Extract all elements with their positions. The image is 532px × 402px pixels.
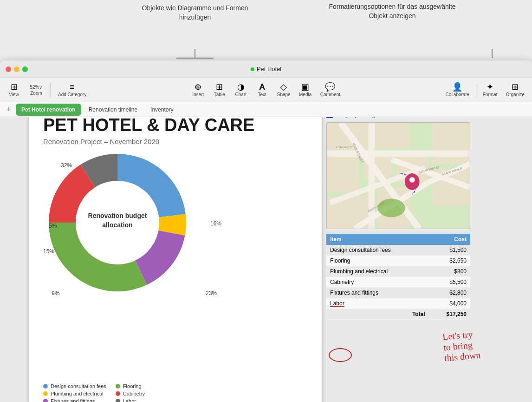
chart-label: Chart bbox=[235, 92, 247, 97]
main-window: Pet Hotel ⊞ View 52%∨ Zoom ≡ Add Categor… bbox=[0, 60, 532, 402]
pct-23: 23% bbox=[206, 290, 217, 297]
shape-button[interactable]: ◇ Shape bbox=[273, 81, 294, 99]
toolbar-center: ⊕ Insert ⊞ Table ◑ Chart A Text ◇ Shape … bbox=[91, 81, 441, 99]
total-label: Total bbox=[326, 309, 429, 319]
format-label: Format bbox=[483, 92, 498, 97]
map-svg: MAIN STREET CEDAR STREET RANCH ROAD GRAN… bbox=[327, 123, 470, 229]
tab-pet-hotel-renovation[interactable]: Pet Hotel renovation bbox=[16, 104, 81, 116]
document-title: PET HOTEL & DAY CARE bbox=[29, 117, 322, 135]
right-panel: ✓ Proximity to parks. ( < 0·2 mi) ✓ Ampl… bbox=[326, 117, 475, 402]
svg-text:Renovation budget: Renovation budget bbox=[88, 212, 147, 219]
pct-16: 16% bbox=[210, 220, 221, 227]
chart-button[interactable]: ◑ Chart bbox=[231, 81, 251, 99]
legend-dot-purple bbox=[43, 399, 48, 402]
table-button[interactable]: ⊞ Table bbox=[209, 81, 230, 99]
toolbar-left: ⊞ View 52%∨ Zoom ≡ Add Category bbox=[4, 81, 90, 99]
annotation-lines-svg bbox=[0, 0, 532, 60]
cost-value-5: $4,000 bbox=[429, 298, 470, 309]
toolbar: ⊞ View 52%∨ Zoom ≡ Add Category ⊕ Insert… bbox=[0, 78, 532, 102]
cost-value-1: $2,650 bbox=[429, 255, 470, 266]
legend-item-3: Cabinetry bbox=[116, 391, 179, 396]
cost-value-2: $800 bbox=[429, 266, 470, 277]
col-item: Item bbox=[326, 234, 429, 245]
add-category-icon: ≡ bbox=[70, 83, 75, 91]
table-row: Fixtures and fittings$2,800 bbox=[326, 287, 470, 298]
add-tab-button[interactable]: + bbox=[4, 105, 14, 115]
view-label: View bbox=[9, 92, 19, 97]
table-icon: ⊞ bbox=[216, 83, 223, 91]
tab-inventory[interactable]: Inventory bbox=[145, 104, 179, 116]
text-button[interactable]: A Text bbox=[252, 81, 272, 99]
legend-item-0: Design consultation fees bbox=[43, 383, 106, 389]
insert-icon: ⊕ bbox=[195, 83, 201, 91]
table-row: Cabinetry$5,500 bbox=[326, 277, 470, 287]
zoom-button[interactable]: 52%∨ Zoom bbox=[26, 83, 46, 98]
traffic-lights bbox=[0, 66, 28, 72]
chart-legend: Design consultation fees Flooring Plumbi… bbox=[43, 383, 179, 402]
legend-item-4: Fixtures and fittings bbox=[43, 398, 106, 402]
legend-dot-red bbox=[116, 391, 120, 396]
insert-label: Insert bbox=[192, 92, 204, 97]
view-button[interactable]: ⊞ View bbox=[4, 81, 24, 99]
cost-item-1: Flooring bbox=[326, 255, 429, 266]
legend-item-1: Flooring bbox=[116, 383, 179, 389]
media-button[interactable]: ▣ Media bbox=[295, 81, 316, 99]
cost-value-4: $2,800 bbox=[429, 287, 470, 298]
minimize-button[interactable] bbox=[14, 66, 19, 72]
add-category-label: Add Category bbox=[58, 92, 86, 97]
total-value: $17,250 bbox=[429, 309, 470, 319]
svg-rect-17 bbox=[327, 150, 469, 157]
close-button[interactable] bbox=[6, 66, 11, 72]
table-row: Design consultation fees$1,500 bbox=[326, 245, 470, 256]
red-circle-annotation bbox=[329, 348, 352, 362]
note-2: ✓ Ample parking across Cedar St. bbox=[326, 117, 475, 119]
pct-15: 15% bbox=[43, 248, 54, 255]
separator-2 bbox=[476, 83, 476, 97]
left-annotation-text: Objekte wie Diagramme und Formen hinzufü… bbox=[130, 4, 260, 22]
toolbar-right: 👤 Collaborate ✦ Format ⊞ Organize bbox=[442, 81, 528, 99]
tab-renovation-timeline[interactable]: Renovation timeline bbox=[83, 104, 143, 116]
note-2-text: Ample parking across Cedar St. bbox=[336, 117, 418, 119]
total-row: Total $17,250 bbox=[326, 309, 470, 319]
legend-dot-yellow bbox=[43, 391, 48, 396]
cost-value-3: $5,500 bbox=[429, 277, 470, 287]
svg-text:allocation: allocation bbox=[102, 221, 132, 229]
add-category-button[interactable]: ≡ Add Category bbox=[54, 81, 90, 99]
pct-9: 9% bbox=[52, 290, 59, 297]
comment-icon: 💬 bbox=[325, 83, 335, 91]
handwritten-notes: ✓ Proximity to parks. ( < 0·2 mi) ✓ Ampl… bbox=[326, 117, 475, 119]
text-icon: A bbox=[259, 83, 265, 91]
organize-button[interactable]: ⊞ Organize bbox=[502, 81, 528, 99]
right-annotation-text: Formatierungsoptionen für das ausgewählt… bbox=[320, 2, 464, 20]
svg-point-24 bbox=[377, 198, 405, 217]
comment-label: Comment bbox=[320, 92, 340, 97]
cost-value-0: $1,500 bbox=[429, 245, 470, 256]
view-icon: ⊞ bbox=[11, 83, 18, 91]
comment-button[interactable]: 💬 Comment bbox=[317, 81, 344, 99]
separator-1 bbox=[50, 83, 51, 97]
legend-dot-green bbox=[116, 384, 120, 389]
organize-icon: ⊞ bbox=[512, 83, 519, 91]
collaborate-icon: 👤 bbox=[452, 83, 462, 91]
legend-dot-blue bbox=[43, 384, 48, 389]
maximize-button[interactable] bbox=[22, 66, 28, 72]
table-label: Table bbox=[214, 92, 225, 97]
pct-5: 5% bbox=[49, 223, 57, 229]
collaborate-button[interactable]: 👤 Collaborate bbox=[442, 81, 473, 99]
insert-button[interactable]: ⊕ Insert bbox=[188, 81, 208, 99]
legend-item-2: Plumbing and electrical bbox=[43, 391, 106, 396]
chart-icon: ◑ bbox=[237, 83, 245, 91]
table-row: Flooring$2,650 bbox=[326, 255, 470, 266]
shape-icon: ◇ bbox=[280, 83, 287, 91]
window-title: Pet Hotel bbox=[251, 66, 281, 72]
document-page: PET HOTEL & DAY CARE Renovation Project … bbox=[29, 117, 322, 402]
table-row: Plumbing and electrical$800 bbox=[326, 266, 470, 277]
map-container[interactable]: MAIN STREET CEDAR STREET RANCH ROAD GRAN… bbox=[326, 122, 470, 229]
titlebar: Pet Hotel bbox=[0, 60, 532, 78]
format-button[interactable]: ✦ Format bbox=[479, 81, 501, 99]
zoom-label: 52%∨ bbox=[30, 85, 42, 90]
format-icon: ✦ bbox=[487, 83, 493, 91]
shape-label: Shape bbox=[277, 92, 291, 97]
cost-item-4: Fixtures and fittings bbox=[326, 287, 429, 298]
checkbox-2[interactable]: ✓ bbox=[326, 117, 333, 118]
